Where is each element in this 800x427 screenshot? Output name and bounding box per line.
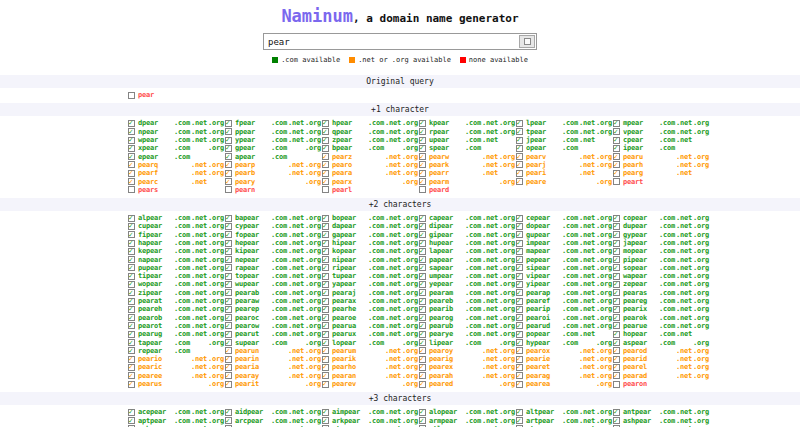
domain-name[interactable]: pearq <box>138 161 174 169</box>
domain-name[interactable]: dupear <box>623 222 659 230</box>
domain-checkbox[interactable] <box>322 381 329 388</box>
domain-name[interactable]: pepear <box>526 256 562 264</box>
domain-name[interactable]: arkpear <box>332 417 368 425</box>
domain-name[interactable]: sapear <box>429 264 465 272</box>
domain-name[interactable]: pearod <box>623 347 659 355</box>
domain-name[interactable]: mopear <box>623 247 659 255</box>
domain-name[interactable]: jpear <box>526 136 562 144</box>
domain-name[interactable]: cypear <box>235 222 271 230</box>
domain-name[interactable]: arcpear <box>235 417 271 425</box>
domain-name[interactable]: zipear <box>138 289 174 297</box>
domain-name[interactable]: pearee <box>138 372 174 380</box>
domain-checkbox[interactable] <box>613 178 620 185</box>
domain-name[interactable]: pearug <box>138 330 174 338</box>
domain-name[interactable]: yapear <box>332 280 368 288</box>
domain-name[interactable]: tupear <box>332 272 368 280</box>
domain-name[interactable]: peard <box>429 186 465 194</box>
domain-name[interactable]: pearet <box>526 363 562 371</box>
domain-name[interactable]: pearep <box>235 305 271 313</box>
domain-name[interactable]: aimpear <box>332 408 368 416</box>
domain-name[interactable]: dapear <box>332 222 368 230</box>
domain-checkbox[interactable] <box>128 178 135 185</box>
domain-checkbox[interactable] <box>516 178 523 185</box>
domain-name[interactable]: peareh <box>138 305 174 313</box>
domain-name[interactable]: pearax <box>332 297 368 305</box>
domain-name[interactable]: aspear <box>623 339 659 347</box>
domain-name[interactable]: pearad <box>623 372 659 380</box>
domain-name[interactable]: fipear <box>138 231 174 239</box>
domain-name[interactable]: hepear <box>235 239 271 247</box>
domain-name[interactable]: hupear <box>429 239 465 247</box>
domain-name[interactable]: pearoy <box>429 347 465 355</box>
domain-name[interactable]: pearf <box>138 169 174 177</box>
domain-name[interactable]: ashpear <box>623 417 659 425</box>
domain-checkbox[interactable] <box>516 381 523 388</box>
domain-name[interactable]: pearea <box>526 380 562 388</box>
domain-name[interactable]: mapear <box>526 247 562 255</box>
domain-name[interactable]: alopear <box>429 408 465 416</box>
domain-name[interactable]: tipear <box>138 272 174 280</box>
domain-name[interactable]: pearc <box>138 178 174 186</box>
domain-name[interactable]: pearo <box>332 161 368 169</box>
domain-checkbox[interactable] <box>322 178 329 185</box>
domain-name[interactable]: japear <box>623 239 659 247</box>
domain-name[interactable]: cpear <box>623 136 659 144</box>
domain-name[interactable]: pearaj <box>332 289 368 297</box>
domain-name[interactable]: armpear <box>429 417 465 425</box>
search-submit-button[interactable] <box>519 35 535 48</box>
domain-checkbox[interactable] <box>128 186 135 193</box>
domain-name[interactable]: antpear <box>623 408 659 416</box>
domain-name[interactable]: zpear <box>332 136 368 144</box>
domain-name[interactable]: pearon <box>623 380 659 388</box>
domain-name[interactable]: spear <box>429 144 465 152</box>
domain-name[interactable]: pearx <box>332 178 368 186</box>
domain-name[interactable]: ripear <box>332 264 368 272</box>
domain-name[interactable]: kepear <box>138 247 174 255</box>
domain-name[interactable]: gypear <box>623 231 659 239</box>
domain-name[interactable]: hopear <box>623 330 659 338</box>
domain-name[interactable]: acepear <box>138 408 174 416</box>
domain-name[interactable]: pearua <box>332 322 368 330</box>
domain-checkbox[interactable] <box>419 178 426 185</box>
domain-name[interactable]: rpear <box>429 128 465 136</box>
domain-name[interactable]: dipear <box>429 222 465 230</box>
domain-name[interactable]: pearb <box>235 169 271 177</box>
domain-name[interactable]: gapear <box>332 231 368 239</box>
domain-name[interactable]: napear <box>138 256 174 264</box>
domain-checkbox[interactable] <box>419 186 426 193</box>
domain-name[interactable]: pearie <box>526 355 562 363</box>
domain-name[interactable]: nepear <box>235 256 271 264</box>
domain-name[interactable]: peareb <box>429 297 465 305</box>
domain-name[interactable]: hipear <box>332 239 368 247</box>
domain-checkbox[interactable] <box>419 381 426 388</box>
domain-name[interactable]: peared <box>429 380 465 388</box>
domain-name[interactable]: pearoi <box>526 314 562 322</box>
search-input[interactable] <box>264 37 519 47</box>
domain-checkbox[interactable] <box>613 381 620 388</box>
domain-name[interactable]: pearix <box>623 305 659 313</box>
domain-name[interactable]: pearg <box>623 169 659 177</box>
domain-name[interactable]: pearz <box>332 153 368 161</box>
domain-name[interactable]: ppear <box>235 128 271 136</box>
domain-name[interactable]: wopear <box>138 280 174 288</box>
domain-name[interactable]: repear <box>138 347 174 355</box>
domain-name[interactable]: kopear <box>332 247 368 255</box>
domain-name[interactable]: sopear <box>623 264 659 272</box>
domain-name[interactable]: bopear <box>332 214 368 222</box>
domain-name[interactable]: pearik <box>332 355 368 363</box>
domain-name[interactable]: topear <box>235 272 271 280</box>
domain-checkbox[interactable] <box>128 381 135 388</box>
domain-name[interactable]: pearok <box>623 314 659 322</box>
domain-name[interactable]: pearam <box>429 289 465 297</box>
domain-name[interactable]: pearip <box>526 305 562 313</box>
domain-name[interactable]: pearig <box>429 355 465 363</box>
domain-name[interactable]: pupear <box>138 264 174 272</box>
domain-name[interactable]: wapear <box>623 272 659 280</box>
domain-name[interactable]: sipear <box>526 264 562 272</box>
domain-name[interactable]: nipear <box>332 256 368 264</box>
domain-name[interactable]: pearue <box>623 322 659 330</box>
domain-name[interactable]: pearin <box>235 355 271 363</box>
domain-name[interactable]: pearud <box>526 322 562 330</box>
domain-name[interactable]: gupear <box>526 231 562 239</box>
domain-name[interactable]: gipear <box>429 231 465 239</box>
